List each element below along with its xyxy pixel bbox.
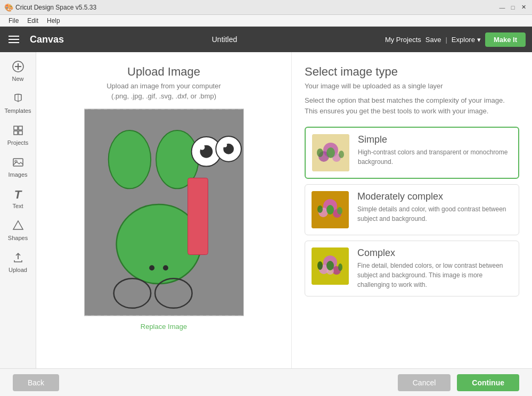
app-icon: 🎨 [4, 3, 13, 12]
content-area: Upload Image Upload an image from your c… [36, 52, 532, 396]
type-info-moderate: Moderately complex Simple details and co… [357, 191, 512, 224]
sidebar-item-templates[interactable]: Templates [2, 88, 34, 118]
upload-formats: (.png, .jpg, .gif, .svg, .dxf, or .bmp) [111, 92, 216, 100]
type-desc-complex: Fine detail, blended colors, or low cont… [357, 261, 512, 290]
text-icon: T [14, 188, 21, 201]
continue-button[interactable]: Continue [457, 374, 519, 391]
svg-point-45 [326, 261, 334, 270]
type-info-complex: Complex Fine detail, blended colors, or … [357, 248, 512, 290]
menu-edit[interactable]: Edit [23, 17, 43, 24]
upload-panel: Upload Image Upload an image from your c… [36, 52, 292, 396]
my-projects-link[interactable]: My Projects [385, 36, 421, 44]
images-icon [12, 156, 24, 170]
type-thumbnail-moderate [312, 191, 349, 228]
canvas-label: Canvas [30, 34, 64, 45]
bottom-bar: Back Cancel Continue [0, 368, 532, 396]
templates-icon [12, 93, 24, 106]
sidebar-item-upload[interactable]: Upload [2, 248, 34, 277]
image-preview [84, 109, 244, 316]
title-bar: 🎨 Cricut Design Space v5.5.33 — □ ✕ [0, 0, 532, 15]
replace-image-link[interactable]: Replace Image [141, 323, 187, 331]
type-desc-moderate: Simple details and color, with good cont… [357, 204, 512, 224]
make-it-button[interactable]: Make It [485, 32, 526, 47]
upload-subtitle: Upload an image from your computer [107, 82, 221, 90]
type-option-moderate[interactable]: Moderately complex Simple details and co… [305, 184, 519, 235]
svg-point-31 [317, 148, 323, 157]
svg-rect-4 [14, 126, 18, 130]
sidebar-item-upload-label: Upload [9, 267, 27, 273]
main-layout: New Templates Projects Images T Text [0, 52, 532, 396]
restore-button[interactable]: □ [509, 3, 517, 12]
type-desc-simple: High-contrast colors and transparent or … [358, 147, 512, 167]
cancel-button[interactable]: Cancel [398, 374, 451, 391]
type-name-moderate: Moderately complex [357, 191, 512, 202]
type-option-simple[interactable]: Simple High-contrast colors and transpar… [305, 127, 519, 179]
type-name-simple: Simple [358, 134, 512, 145]
bottom-right-buttons: Cancel Continue [398, 374, 519, 391]
svg-rect-7 [19, 131, 22, 135]
svg-marker-10 [13, 221, 23, 229]
svg-rect-6 [14, 131, 18, 135]
type-option-complex[interactable]: Complex Fine detail, blended colors, or … [305, 241, 519, 296]
svg-point-12 [108, 130, 150, 188]
menu-help[interactable]: Help [43, 17, 64, 24]
svg-point-46 [317, 261, 323, 270]
svg-point-19 [223, 143, 227, 147]
app-title: Cricut Design Space v5.5.33 [15, 4, 498, 11]
sidebar-item-projects-label: Projects [7, 139, 29, 146]
type-thumbnail-complex [312, 248, 349, 285]
svg-point-47 [338, 263, 342, 271]
select-description: Select the option that best matches the … [305, 95, 519, 116]
sidebar-item-projects[interactable]: Projects [2, 120, 34, 150]
type-info-simple: Simple High-contrast colors and transpar… [358, 134, 512, 167]
svg-point-30 [326, 147, 335, 158]
chevron-down-icon: ▾ [477, 36, 481, 44]
close-button[interactable]: ✕ [519, 3, 528, 12]
sidebar: New Templates Projects Images T Text [0, 52, 36, 396]
save-link[interactable]: Save [425, 36, 441, 44]
sidebar-item-images[interactable]: Images [2, 152, 34, 182]
svg-rect-21 [187, 178, 208, 254]
svg-point-39 [337, 207, 342, 214]
svg-point-37 [326, 205, 334, 214]
sidebar-item-images-label: Images [8, 171, 27, 178]
svg-point-16 [199, 145, 204, 150]
plus-icon [12, 61, 24, 74]
type-name-complex: Complex [357, 248, 512, 259]
document-title: Untitled [70, 35, 379, 44]
hamburger-menu[interactable] [6, 34, 21, 45]
sidebar-item-text-label: Text [12, 203, 23, 209]
type-thumbnail-simple [312, 134, 349, 171]
upload-title: Upload Image [127, 65, 200, 79]
shapes-icon [12, 220, 24, 233]
svg-point-22 [149, 265, 154, 270]
nav-right: My Projects Save | Explore ▾ Make It [385, 32, 526, 47]
explore-button[interactable]: Explore ▾ [452, 36, 481, 44]
menu-file[interactable]: File [4, 17, 23, 24]
projects-icon [12, 125, 24, 138]
sidebar-item-new[interactable]: New [2, 56, 34, 86]
svg-point-32 [339, 151, 344, 158]
svg-point-23 [163, 265, 168, 270]
sidebar-item-text[interactable]: T Text [2, 184, 34, 213]
minimize-button[interactable]: — [498, 3, 506, 12]
nav-divider: | [445, 36, 447, 44]
svg-point-38 [317, 205, 323, 213]
window-controls: — □ ✕ [498, 3, 528, 12]
sidebar-item-shapes[interactable]: Shapes [2, 216, 34, 245]
back-button[interactable]: Back [13, 374, 59, 391]
select-panel: Select image type Your image will be upl… [292, 52, 532, 396]
top-nav: Canvas Untitled My Projects Save | Explo… [0, 27, 532, 52]
upload-icon [12, 252, 24, 265]
svg-rect-8 [13, 159, 23, 166]
menu-bar: File Edit Help [0, 15, 532, 27]
sidebar-item-templates-label: Templates [4, 108, 31, 114]
select-subtitle: Your image will be uploaded as a single … [305, 82, 519, 90]
svg-rect-5 [19, 126, 22, 130]
sidebar-item-new-label: New [12, 76, 23, 82]
select-title: Select image type [305, 65, 519, 79]
sidebar-item-shapes-label: Shapes [8, 235, 28, 241]
